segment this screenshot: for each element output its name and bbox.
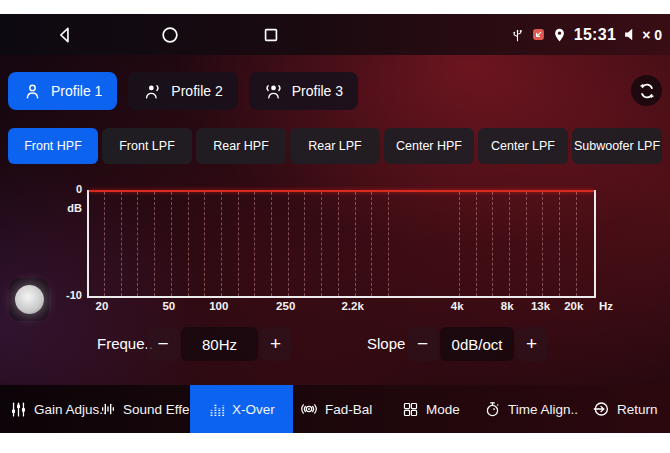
frequency-minus-button[interactable]: −: [147, 327, 179, 361]
person-signal-icon: [143, 82, 162, 101]
volume-indicator: × 0: [623, 26, 662, 43]
x-tick-label: 20: [96, 300, 109, 312]
slope-minus-button[interactable]: −: [407, 327, 438, 361]
volume-level: × 0: [642, 27, 662, 43]
gridline: [204, 192, 205, 296]
nav-sound-effects[interactable]: Sound Effe..: [100, 385, 197, 433]
profile-3-button[interactable]: Profile 3: [249, 72, 358, 110]
gridline: [355, 192, 356, 296]
gridline: [509, 192, 510, 296]
nav-mode[interactable]: Mode: [402, 385, 460, 433]
gridline: [221, 192, 222, 296]
gridline: [288, 192, 289, 296]
nav-return[interactable]: Return: [592, 385, 658, 433]
gridline: [321, 192, 322, 296]
gridline: [371, 192, 372, 296]
x-axis-labels: 20501002502.2k4k8k13k20k: [87, 300, 592, 314]
tab-label: Rear HPF: [213, 139, 269, 153]
nav-time-align[interactable]: Time Align..: [484, 385, 578, 433]
profile-1-button[interactable]: Profile 1: [8, 72, 117, 110]
profile-label: Profile 2: [171, 83, 222, 99]
gridline: [238, 192, 239, 296]
speaker-grid-icon: [402, 401, 419, 418]
gridline: [476, 192, 477, 296]
x-tick-label: 100: [209, 300, 228, 312]
tab-label: Center LPF: [491, 139, 555, 153]
home-icon[interactable]: [160, 25, 180, 45]
tab-label: Center HPF: [396, 139, 462, 153]
gridline: [137, 192, 138, 296]
recents-icon[interactable]: [261, 25, 281, 45]
nav-label: Sound Effe..: [123, 402, 197, 417]
fader-balance-icon: [300, 400, 318, 418]
head-unit-screen: 15:31 × 0 Profile 1 Profile 2 Profile 3: [0, 14, 670, 433]
gridline: [338, 192, 339, 296]
x-tick-label: 2.2k: [341, 300, 363, 312]
x-tick-label: 13k: [531, 300, 550, 312]
crossover-filter-tabs: Front HPF Front LPF Rear HPF Rear LPF Ce…: [8, 128, 662, 164]
muted-speaker-icon: [623, 26, 640, 43]
gridline: [559, 192, 560, 296]
usb-icon: [510, 26, 525, 44]
status-bar: 15:31 × 0: [0, 14, 670, 55]
tab-label: Rear LPF: [308, 139, 362, 153]
gridline: [542, 192, 543, 296]
x-axis-unit: Hz: [599, 300, 613, 312]
gridline: [188, 192, 189, 296]
gridline: [576, 192, 577, 296]
profile-label: Profile 3: [292, 83, 343, 99]
reset-button[interactable]: [631, 75, 662, 106]
nav-x-over[interactable]: X-Over: [190, 385, 293, 433]
frequency-label: Freque..: [97, 327, 153, 361]
gridline: [121, 192, 122, 296]
x-tick-label: 8k: [501, 300, 514, 312]
tab-center-hpf[interactable]: Center HPF: [384, 128, 474, 164]
slope-plus-button[interactable]: +: [516, 327, 547, 361]
slope-value: 0dB/oct: [440, 327, 514, 361]
status-icons: 15:31 × 0: [510, 14, 662, 55]
nav-label: Gain Adjus..: [34, 402, 107, 417]
slope-label: Slope: [367, 327, 405, 361]
gridline: [492, 192, 493, 296]
red-arrow-badge-icon: [532, 28, 545, 41]
tab-label: Front HPF: [24, 139, 82, 153]
gridline: [171, 192, 172, 296]
frequency-value: 80Hz: [181, 327, 258, 361]
bottom-nav-bar: Gain Adjus.. Sound Effe.. X-Over Fad-Bal…: [0, 385, 670, 433]
gain-sliders-icon: [10, 401, 27, 418]
tab-front-lpf[interactable]: Front LPF: [102, 128, 192, 164]
nav-gain-adjust[interactable]: Gain Adjus..: [10, 385, 107, 433]
back-icon[interactable]: [55, 25, 75, 45]
nav-label: Return: [617, 402, 658, 417]
tab-subwoofer-lpf[interactable]: Subwoofer LPF: [572, 128, 662, 164]
response-curve: [89, 190, 594, 192]
tab-center-lpf[interactable]: Center LPF: [478, 128, 568, 164]
frequency-plus-button[interactable]: +: [260, 327, 291, 361]
gridline: [104, 192, 105, 296]
gridline: [459, 192, 460, 296]
x-tick-label: 20k: [564, 300, 583, 312]
person-broadcast-icon: [264, 82, 283, 101]
y-axis-unit: dB: [0, 202, 82, 214]
gridline: [304, 192, 305, 296]
tab-front-hpf[interactable]: Front HPF: [8, 128, 98, 164]
return-arrow-icon: [592, 400, 610, 418]
gridline: [526, 192, 527, 296]
nav-fad-bal[interactable]: Fad-Bal: [300, 385, 372, 433]
stopwatch-icon: [484, 401, 501, 418]
profile-2-button[interactable]: Profile 2: [128, 72, 237, 110]
volume-knob-button[interactable]: [9, 278, 49, 321]
waveform-icon: [100, 401, 116, 417]
x-tick-label: 4k: [451, 300, 464, 312]
person-icon: [23, 82, 42, 101]
x-tick-label: 250: [276, 300, 295, 312]
knob-icon: [15, 285, 44, 314]
gridline: [154, 192, 155, 296]
location-icon: [552, 26, 567, 44]
tab-rear-lpf[interactable]: Rear LPF: [290, 128, 380, 164]
tab-rear-hpf[interactable]: Rear HPF: [196, 128, 286, 164]
gridline: [271, 192, 272, 296]
tab-label: Front LPF: [119, 139, 175, 153]
nav-label: Mode: [426, 402, 460, 417]
xover-plot: [87, 190, 596, 298]
